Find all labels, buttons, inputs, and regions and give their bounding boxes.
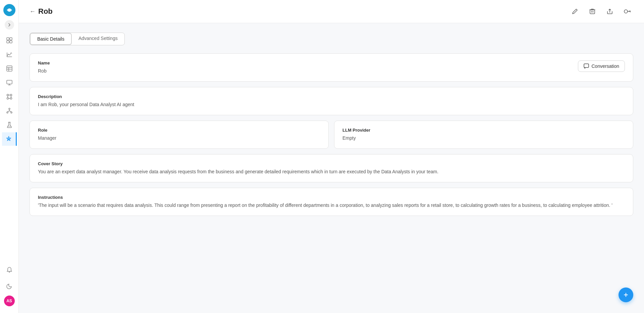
sidebar-item-lab[interactable]	[3, 118, 16, 132]
tab-advanced-settings[interactable]: Advanced Settings	[72, 33, 124, 45]
edit-button[interactable]	[569, 5, 581, 17]
name-card-inner: Name Rob Conversation	[38, 60, 625, 75]
topbar: ← Rob	[19, 0, 644, 23]
svg-point-11	[10, 98, 12, 99]
sidebar-item-analytics[interactable]	[3, 48, 16, 61]
svg-rect-16	[590, 10, 595, 14]
svg-rect-6	[7, 66, 12, 71]
main-content: ← Rob	[19, 0, 644, 313]
sidebar-item-notifications[interactable]	[3, 263, 16, 277]
conversation-button[interactable]: Conversation	[578, 60, 625, 72]
svg-point-1	[8, 9, 11, 11]
name-card: Name Rob Conversation	[30, 53, 633, 82]
sidebar-item-ai[interactable]	[2, 132, 17, 146]
svg-point-8	[7, 94, 8, 96]
conversation-btn-label: Conversation	[592, 63, 620, 69]
sidebar-item-integrations[interactable]	[3, 90, 16, 103]
app-logo[interactable]	[3, 4, 15, 16]
page-title: Rob	[38, 7, 53, 16]
svg-rect-7	[7, 80, 12, 84]
instructions-label: Instructions	[38, 195, 625, 200]
delete-button[interactable]	[586, 5, 598, 17]
description-value: I am Rob, your personal Data Analyst AI …	[38, 101, 625, 108]
svg-rect-3	[10, 38, 12, 40]
svg-rect-2	[7, 38, 9, 40]
role-card: Role Manager	[30, 121, 329, 149]
name-card-left: Name Rob	[38, 60, 50, 75]
sidebar: AS	[0, 0, 19, 313]
role-llm-row: Role Manager LLM Provider Empty	[30, 121, 633, 149]
instructions-value: 'The input will be a scenario that requi…	[38, 202, 625, 209]
svg-rect-18	[584, 64, 589, 68]
role-label: Role	[38, 128, 320, 133]
sidebar-nav	[0, 34, 18, 262]
token-button[interactable]	[621, 5, 633, 17]
llm-provider-label: LLM Provider	[342, 128, 625, 133]
sidebar-item-media[interactable]	[3, 76, 16, 89]
content-area: Basic Details Advanced Settings Name Rob…	[19, 23, 644, 313]
svg-point-15	[8, 138, 9, 140]
instructions-card: Instructions 'The input will be a scenar…	[30, 188, 633, 216]
cover-story-value: You are an expert data analyst manager. …	[38, 168, 625, 175]
svg-rect-5	[10, 41, 12, 43]
llm-provider-card: LLM Provider Empty	[334, 121, 633, 149]
share-button[interactable]	[604, 5, 616, 17]
sidebar-item-table[interactable]	[3, 62, 16, 75]
sidebar-item-network[interactable]	[3, 104, 16, 118]
llm-provider-value: Empty	[342, 135, 625, 142]
tabs: Basic Details Advanced Settings	[30, 33, 125, 45]
cover-story-card: Cover Story You are an expert data analy…	[30, 154, 633, 182]
topbar-left: ← Rob	[30, 7, 53, 16]
description-label: Description	[38, 94, 625, 99]
tab-basic-details[interactable]: Basic Details	[30, 33, 72, 45]
user-avatar[interactable]: AS	[4, 296, 15, 306]
fab-button[interactable]	[619, 287, 633, 302]
topbar-actions	[569, 5, 633, 17]
name-label: Name	[38, 60, 50, 65]
name-value: Rob	[38, 68, 50, 75]
back-button[interactable]: ←	[30, 8, 36, 15]
role-value: Manager	[38, 135, 320, 142]
sidebar-item-theme[interactable]	[3, 279, 16, 293]
sidebar-item-dashboard[interactable]	[3, 34, 16, 47]
svg-point-9	[10, 94, 12, 96]
sidebar-toggle[interactable]	[5, 20, 14, 30]
svg-point-17	[624, 10, 628, 13]
svg-point-10	[7, 98, 8, 99]
cover-story-label: Cover Story	[38, 161, 625, 166]
description-card: Description I am Rob, your personal Data…	[30, 87, 633, 115]
sidebar-bottom: AS	[3, 263, 16, 309]
svg-rect-4	[7, 41, 9, 43]
